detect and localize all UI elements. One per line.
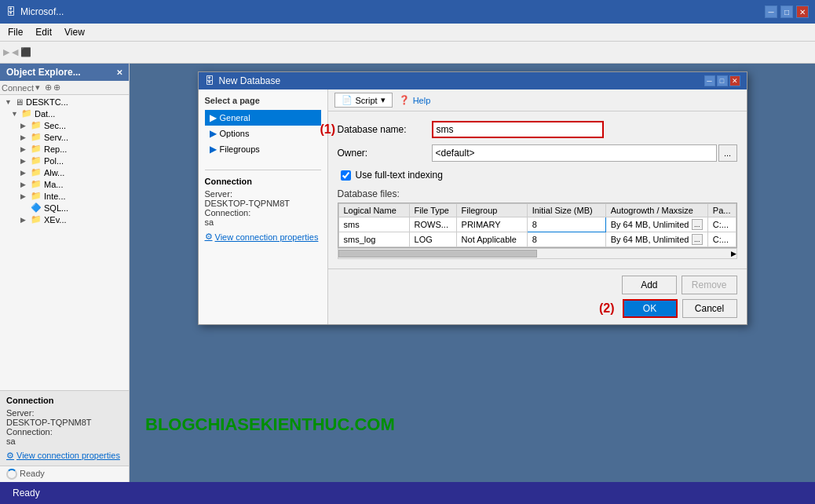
dialog-view-conn-text: View connection properties xyxy=(215,232,319,242)
oe-header: Object Explore... ✕ xyxy=(0,64,129,81)
tree-inte-label: Inte... xyxy=(44,192,66,201)
tree-xev-label: XEv... xyxy=(44,215,67,225)
tree-item-ma[interactable]: ▶ 📁 Ma... xyxy=(2,178,127,190)
sidebar-nav-options[interactable]: ▶ Options xyxy=(205,126,321,141)
scroll-right-arrow[interactable]: ▶ xyxy=(731,250,736,257)
col-filegroup: Filegroup xyxy=(456,204,527,217)
server-icon: 🖥 xyxy=(15,97,24,107)
dialog-sidebar-connection: Connection Server: DESKTOP-TQPNM8T Conne… xyxy=(205,170,321,242)
cancel-button[interactable]: Cancel xyxy=(682,299,737,318)
fulltext-checkbox[interactable] xyxy=(341,170,351,181)
help-button[interactable]: ❓ Help xyxy=(399,95,431,105)
expand-icon: ▼ xyxy=(5,98,13,106)
dialog-maximize-btn[interactable]: □ xyxy=(717,75,728,86)
tree-serv-label: Serv... xyxy=(44,133,68,142)
oe-toolbar-icon2: ⊕ xyxy=(53,82,60,93)
dialog-overlay: 🗄 New Database ─ □ ✕ xyxy=(130,64,815,482)
db-name-label: Database name: xyxy=(338,124,432,135)
object-explorer-panel: Object Explore... ✕ Connect ▾ ⊕ ⊕ ▼ 🖥 DE… xyxy=(0,64,130,482)
oe-conn-value: sa xyxy=(6,436,122,446)
table-row-sms[interactable]: sms ROWS... PRIMARY 8 By xyxy=(338,217,736,232)
oe-connect-label[interactable]: Connect xyxy=(2,83,34,93)
table-scrollbar[interactable]: ▶ xyxy=(338,248,737,259)
ssms-close-btn[interactable]: ✕ xyxy=(796,5,809,18)
col-initial-size: Initial Size (MB) xyxy=(527,204,605,217)
tree-item-xev[interactable]: ▶ 📁 XEv... xyxy=(2,214,127,225)
oe-connect-dropdown[interactable]: ▾ xyxy=(35,82,40,93)
menu-edit[interactable]: Edit xyxy=(31,25,57,39)
oe-title: Object Explore... xyxy=(6,67,81,78)
tree-item-serv[interactable]: ▶ 📁 Serv... xyxy=(2,131,127,143)
row1-autogrowth: By 64 MB, Unlimited ... xyxy=(605,217,707,232)
expand-icon-rep: ▶ xyxy=(20,145,28,153)
dialog-conn-connection-value: sa xyxy=(205,217,321,227)
expand-icon-serv: ▶ xyxy=(20,133,28,141)
dialog-view-conn-link[interactable]: ⚙ View connection properties xyxy=(205,232,321,242)
tree-pol-label: Pol... xyxy=(44,156,64,166)
new-database-dialog: 🗄 New Database ─ □ ✕ xyxy=(198,71,747,325)
col-path: Pa... xyxy=(707,204,736,217)
dialog-minimize-btn[interactable]: ─ xyxy=(704,75,715,86)
ssms-maximize-btn[interactable]: □ xyxy=(780,5,793,18)
row1-autogrowth-btn[interactable]: ... xyxy=(692,219,703,230)
tree-alw-label: Alw... xyxy=(44,168,64,177)
db-files-header: Database files: xyxy=(338,188,737,199)
row1-initial-size[interactable]: 8 xyxy=(527,217,605,232)
row2-filegroup: Not Applicable xyxy=(456,232,527,247)
tree-item-pol[interactable]: ▶ 📁 Pol... xyxy=(2,155,127,166)
dialog-title-text: New Database xyxy=(219,75,281,86)
menu-file[interactable]: File xyxy=(3,25,27,39)
db-name-input[interactable] xyxy=(432,121,604,138)
tree-item-sql[interactable]: 🔷 SQL... xyxy=(2,202,127,214)
ssms-title-text: Microsof... xyxy=(20,6,64,17)
files-table: Logical Name File Type Filegroup Initial… xyxy=(338,203,736,247)
script-icon: 📄 xyxy=(342,95,353,105)
dialog-form: (1) Database name: Owner: xyxy=(328,111,747,268)
tree-item-sec[interactable]: ▶ 📁 Sec... xyxy=(2,119,127,131)
row2-autogrowth-btn[interactable]: ... xyxy=(692,234,703,245)
oe-view-conn-link[interactable]: ⚙ View connection properties xyxy=(6,451,122,461)
dialog-content: 📄 Script ▾ ❓ Help xyxy=(328,89,747,324)
sidebar-nav-general[interactable]: ▶ General xyxy=(205,110,321,126)
oe-toolbar-icon1: ⊕ xyxy=(45,82,52,93)
dialog-toolbar: 📄 Script ▾ ❓ Help xyxy=(328,89,747,111)
table-row-sms-log[interactable]: sms_log LOG Not Applicable 8 xyxy=(338,232,736,247)
tree-item-server[interactable]: ▼ 🖥 DESKTC... xyxy=(2,97,127,108)
expand-icon-alw: ▶ xyxy=(20,169,28,177)
help-icon: ❓ xyxy=(399,95,410,105)
expand-icon-sec: ▶ xyxy=(20,122,28,130)
tree-item-alw[interactable]: ▶ 📁 Alw... xyxy=(2,166,127,178)
row1-filegroup: PRIMARY xyxy=(456,217,527,232)
ok-button[interactable]: OK xyxy=(623,299,678,318)
owner-row: Owner: ... xyxy=(338,144,737,162)
sql-icon: 🔷 xyxy=(31,203,42,213)
add-button[interactable]: Add xyxy=(622,276,677,294)
expand-icon-ma: ▶ xyxy=(20,181,28,188)
menu-view[interactable]: View xyxy=(60,25,90,39)
tree-item-rep[interactable]: ▶ 📁 Rep... xyxy=(2,143,127,155)
tree-sql-label: SQL... xyxy=(44,203,68,213)
dialog-close-btn[interactable]: ✕ xyxy=(729,75,740,86)
script-button[interactable]: 📄 Script ▾ xyxy=(334,93,393,108)
owner-input[interactable] xyxy=(432,144,717,162)
tree-item-inte[interactable]: ▶ 📁 Inte... xyxy=(2,190,127,202)
filegroups-nav-icon: ▶ xyxy=(210,144,217,155)
add-remove-buttons: Add Remove xyxy=(338,276,737,294)
sidebar-nav-filegroups-label: Filegroups xyxy=(220,144,260,154)
ssms-menu-bar: File Edit View xyxy=(0,24,815,42)
tree-item-databases[interactable]: ▼ 📁 Dat... xyxy=(2,108,127,119)
dialog-sidebar: Select a page ▶ General ▶ Options xyxy=(199,89,328,324)
annotation-2: (2) xyxy=(599,301,615,316)
oe-conn-label: Connection: xyxy=(6,427,122,436)
remove-button[interactable]: Remove xyxy=(682,276,737,294)
fulltext-checkbox-row: Use full-text indexing xyxy=(338,170,737,181)
dialog-conn-title: Connection xyxy=(205,177,321,186)
sidebar-nav-filegroups[interactable]: ▶ Filegroups xyxy=(205,141,321,157)
owner-browse-btn[interactable]: ... xyxy=(718,144,737,162)
oe-toolbar: Connect ▾ ⊕ ⊕ xyxy=(0,81,129,95)
ssms-minimize-btn[interactable]: ─ xyxy=(765,5,777,18)
expand-icon-inte: ▶ xyxy=(20,192,28,200)
folder-ma-icon: 📁 xyxy=(31,179,42,189)
owner-label: Owner: xyxy=(338,148,432,159)
oe-conn-title: Connection xyxy=(6,396,122,405)
